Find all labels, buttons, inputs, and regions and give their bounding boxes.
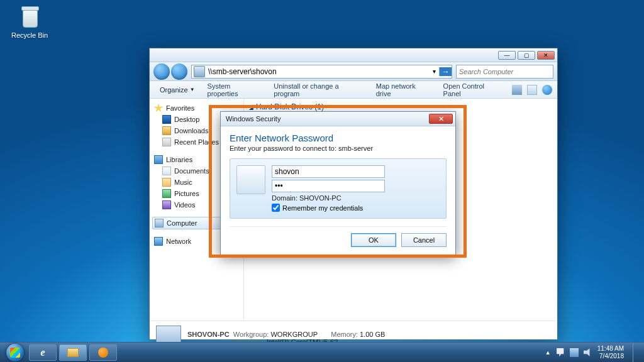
- uninstall-button[interactable]: Uninstall or change a program: [269, 80, 368, 99]
- clock-time: 11:48 AM: [597, 345, 624, 353]
- computer-icon: [155, 219, 164, 228]
- remember-checkbox[interactable]: [272, 204, 280, 212]
- documents-icon: [162, 167, 171, 175]
- view-options-icon[interactable]: [512, 85, 522, 95]
- address-row: ▾ →: [150, 62, 557, 81]
- libraries-icon: [154, 155, 163, 164]
- media-player-icon: [98, 348, 108, 358]
- search-box[interactable]: [456, 65, 553, 79]
- pictures-icon: [162, 189, 171, 198]
- credentials-box: Domain: SHOVON-PC Remember my credential…: [230, 158, 447, 219]
- nav-back-forward[interactable]: [153, 63, 187, 80]
- taskbar-media-button[interactable]: [89, 344, 117, 361]
- command-bar: Organize ▼ System properties Uninstall o…: [150, 81, 557, 99]
- system-properties-button[interactable]: System properties: [203, 80, 267, 99]
- address-input[interactable]: [207, 66, 429, 77]
- user-avatar-icon: [236, 165, 265, 194]
- windows-orb-icon: [6, 344, 24, 361]
- taskbar-ie-button[interactable]: e: [29, 344, 57, 361]
- organize-button[interactable]: Organize ▼: [155, 84, 200, 96]
- windows-security-dialog: Windows Security ✕ Enter Network Passwor…: [220, 111, 456, 255]
- details-name: SHOVON-PC: [187, 331, 230, 338]
- taskbar-explorer-button[interactable]: [59, 344, 87, 361]
- volume-icon[interactable]: [584, 348, 592, 357]
- ie-icon: e: [40, 347, 45, 358]
- star-icon: [154, 104, 163, 112]
- username-input[interactable]: [272, 165, 385, 178]
- desktop-icon: [162, 115, 171, 124]
- dialog-titlebar[interactable]: Windows Security ✕: [221, 112, 455, 126]
- taskbar: e ▲ 11:48 AM 7/4/2018: [0, 342, 644, 362]
- address-go-button[interactable]: →: [439, 67, 452, 76]
- dialog-close-button[interactable]: ✕: [429, 114, 453, 124]
- taskbar-clock[interactable]: 11:48 AM 7/4/2018: [597, 345, 624, 360]
- computer-icon: [194, 66, 205, 77]
- dialog-heading: Enter Network Password: [230, 133, 447, 143]
- recent-icon: [162, 138, 171, 146]
- clock-date: 7/4/2018: [597, 353, 624, 360]
- cancel-button[interactable]: Cancel: [401, 233, 447, 247]
- recycle-bin-icon: [17, 5, 42, 30]
- folder-icon: [67, 348, 79, 357]
- remember-credentials-row[interactable]: Remember my credentials: [272, 204, 440, 212]
- network-tray-icon[interactable]: [570, 348, 579, 357]
- address-dropdown[interactable]: ▾: [429, 68, 439, 75]
- control-panel-button[interactable]: Open Control Panel: [438, 80, 507, 99]
- music-icon: [162, 178, 171, 187]
- password-input[interactable]: [272, 180, 385, 192]
- recycle-bin[interactable]: Recycle Bin: [11, 5, 48, 39]
- start-button[interactable]: [4, 343, 26, 362]
- maximize-button[interactable]: ▢: [518, 51, 535, 60]
- help-icon[interactable]: [542, 85, 552, 95]
- address-bar[interactable]: ▾ →: [191, 65, 452, 79]
- preview-pane-icon[interactable]: [527, 85, 537, 95]
- network-icon: [154, 237, 163, 246]
- system-tray: ▲ 11:48 AM 7/4/2018: [545, 343, 640, 362]
- videos-icon: [162, 200, 171, 209]
- close-button[interactable]: ✕: [537, 51, 555, 60]
- remember-label: Remember my credentials: [282, 204, 363, 212]
- action-center-icon[interactable]: [556, 348, 565, 357]
- minimize-button[interactable]: —: [498, 51, 516, 60]
- downloads-icon: [162, 126, 171, 135]
- show-desktop-button[interactable]: [633, 343, 639, 362]
- ok-button[interactable]: OK: [351, 233, 396, 247]
- dialog-title: Windows Security: [226, 115, 280, 123]
- search-input[interactable]: [459, 68, 550, 75]
- map-drive-button[interactable]: Map network drive: [371, 80, 436, 99]
- domain-label: Domain: SHOVON-PC: [272, 194, 440, 202]
- tray-expand-icon[interactable]: ▲: [545, 349, 551, 356]
- dialog-subtext: Enter your password to connect to: smb-s…: [230, 145, 447, 152]
- recycle-bin-label: Recycle Bin: [11, 31, 48, 39]
- explorer-titlebar[interactable]: — ▢ ✕: [150, 48, 557, 62]
